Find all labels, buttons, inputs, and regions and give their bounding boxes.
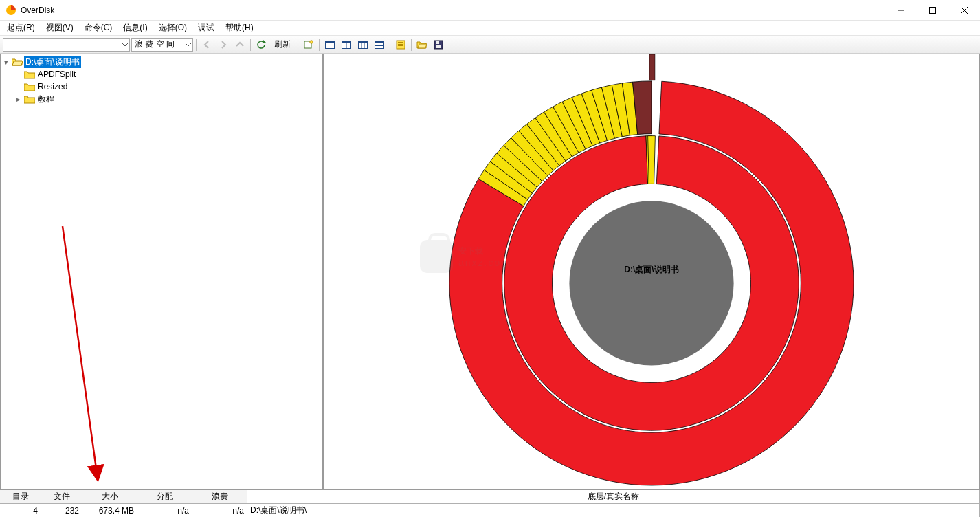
directory-tree[interactable]: ▾ D:\桌面\说明书 APDFSplit Resized ▸ 教程 [1, 54, 322, 107]
svg-point-28 [569, 201, 733, 365]
nav-up-button[interactable] [232, 38, 247, 52]
tree-item-label: APDFSplit [36, 69, 77, 79]
open-button[interactable] [414, 38, 430, 52]
view-mode-combo[interactable]: 浪 费 空 间 [131, 38, 193, 52]
layout-2-button[interactable] [339, 38, 354, 52]
menu-origin[interactable]: 起点(R) [1, 21, 41, 35]
annotation-arrow-icon [49, 226, 131, 487]
col-size[interactable]: 大小 [82, 490, 137, 504]
toolbar-separator [390, 38, 390, 51]
table-header-row: 目录 文件 大小 分配 浪费 底层/真实名称 [0, 490, 980, 504]
table-row[interactable]: 4 232 673.4 MB n/a n/a D:\桌面\说明书\ [0, 504, 980, 517]
col-files[interactable]: 文件 [41, 490, 82, 504]
app-icon [5, 5, 16, 16]
menubar: 起点(R) 视图(V) 命令(C) 信息(I) 选择(O) 调试 帮助(H) [0, 21, 980, 36]
svg-rect-25 [436, 45, 441, 48]
col-name[interactable]: 底层/真实名称 [247, 490, 980, 504]
menu-debug[interactable]: 调试 [192, 21, 220, 35]
svg-rect-20 [398, 42, 403, 43]
folder-icon [24, 82, 35, 91]
path-combo[interactable] [3, 38, 130, 52]
col-waste[interactable]: 浪费 [192, 490, 247, 504]
svg-rect-2 [930, 7, 936, 13]
tree-item-resized[interactable]: Resized [2, 80, 321, 93]
maximize-button[interactable] [917, 0, 948, 21]
view-mode-value: 浪 费 空 间 [135, 38, 183, 50]
chart-center-label: D:\桌面\说明书 [624, 265, 678, 274]
folder-icon [24, 69, 35, 79]
cell-dirs: 4 [0, 504, 41, 517]
close-button[interactable] [948, 0, 980, 21]
cell-size: 673.4 MB [82, 504, 137, 517]
svg-rect-26 [439, 41, 441, 44]
toolbar-separator [196, 38, 197, 51]
minimize-button[interactable] [885, 0, 917, 21]
svg-rect-10 [342, 41, 351, 43]
folder-icon [24, 94, 35, 104]
layout-1-button[interactable] [322, 38, 337, 52]
svg-rect-17 [375, 41, 384, 43]
layout-4-button[interactable] [372, 38, 387, 52]
col-dirs[interactable]: 目录 [0, 490, 41, 504]
chevron-down-icon[interactable] [120, 38, 129, 51]
refresh-button[interactable] [254, 38, 269, 52]
tree-item-label: 教程 [36, 94, 56, 105]
toolbar-separator [411, 38, 412, 51]
toolbar: 浪 费 空 间 刷新 [0, 36, 980, 54]
tree-panel: ▾ D:\桌面\说明书 APDFSplit Resized ▸ 教程 [0, 54, 323, 490]
workspace: ▾ D:\桌面\说明书 APDFSplit Resized ▸ 教程 [0, 54, 980, 490]
svg-point-6 [310, 40, 313, 43]
svg-rect-21 [398, 44, 403, 45]
tree-root-label: D:\桌面\说明书 [24, 56, 81, 68]
toolbar-separator [298, 38, 298, 51]
new-window-button[interactable] [301, 38, 316, 52]
cell-waste: n/a [192, 504, 247, 517]
sunburst-chart: D:\桌面\说明书 [324, 54, 979, 489]
properties-button[interactable] [393, 38, 408, 52]
titlebar: OverDisk [0, 0, 980, 21]
cell-files: 232 [41, 504, 82, 517]
refresh-label: 刷新 [270, 38, 295, 52]
col-alloc[interactable]: 分配 [137, 490, 192, 504]
save-button[interactable] [431, 38, 446, 52]
status-table: 目录 文件 大小 分配 浪费 底层/真实名称 4 232 673.4 MB n/… [0, 490, 980, 517]
tree-root[interactable]: ▾ D:\桌面\说明书 [2, 56, 321, 68]
cell-name: D:\桌面\说明书\ [247, 504, 980, 517]
collapse-icon[interactable]: ▾ [2, 58, 10, 67]
folder-open-icon [12, 57, 23, 67]
svg-line-27 [63, 226, 97, 474]
svg-rect-22 [398, 45, 403, 46]
chart-top-bar [649, 54, 655, 80]
nav-back-button[interactable] [199, 38, 214, 52]
window-title: OverDisk [21, 6, 54, 15]
layout-3-button[interactable] [355, 38, 370, 52]
menu-view[interactable]: 视图(V) [41, 21, 79, 35]
svg-rect-13 [359, 41, 368, 43]
toolbar-separator [250, 38, 251, 51]
menu-select[interactable]: 选择(O) [153, 21, 192, 35]
toolbar-separator [319, 38, 320, 51]
expand-icon[interactable]: ▸ [14, 95, 23, 104]
chart-panel[interactable]: 安下载 anxz.com D:\桌面\说明书 [323, 54, 980, 490]
chevron-down-icon[interactable] [183, 38, 192, 51]
tree-item-jiaocheng[interactable]: ▸ 教程 [2, 93, 321, 105]
menu-info[interactable]: 信息(I) [118, 21, 153, 35]
nav-forward-button[interactable] [216, 38, 231, 52]
menu-command[interactable]: 命令(C) [79, 21, 118, 35]
menu-help[interactable]: 帮助(H) [220, 21, 259, 35]
cell-alloc: n/a [137, 504, 192, 517]
tree-item-label: Resized [36, 82, 69, 91]
tree-item-apdfsplit[interactable]: APDFSplit [2, 68, 321, 80]
svg-rect-8 [326, 41, 335, 43]
